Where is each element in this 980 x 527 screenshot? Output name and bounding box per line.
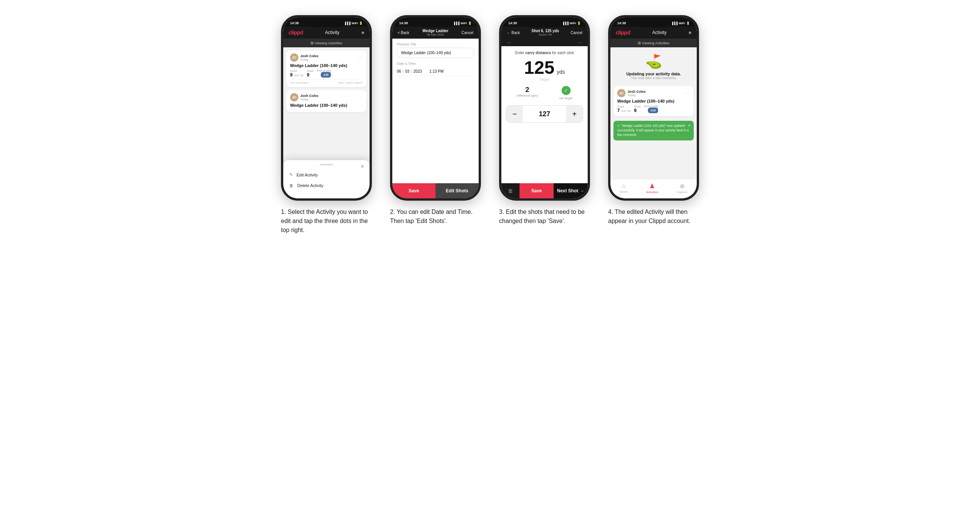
user-date-1: Today xyxy=(300,58,318,61)
phones-row: 14:38 ▐▐▐ WiFi 🔋 clippd Activity ≡ ⊞ Vie… xyxy=(277,15,703,235)
cancel-button-2[interactable]: Cancel xyxy=(461,31,473,35)
capture-label-4: Capture xyxy=(677,190,687,194)
user-name-4: Josh Coles xyxy=(627,90,646,94)
date-day-2: 06 xyxy=(397,69,401,73)
stat-quality-4: Shot Quality 118 xyxy=(644,105,658,113)
shot-center-3: Shot 6, 125 yds Score 7/9 xyxy=(531,29,559,37)
nav-title-1: Activity xyxy=(325,30,339,35)
status-time-1: 14:38 xyxy=(290,21,299,25)
card-top-row-2: JC Josh Coles Today ··· xyxy=(290,93,363,102)
sheet-edit-item[interactable]: ✎ Edit Activity xyxy=(289,169,364,180)
wifi-icon-1: WiFi xyxy=(352,22,358,25)
stat-shots-4: Shots 9 xyxy=(634,105,641,113)
battery-icon-2: 🔋 xyxy=(468,22,472,25)
counter-value-3[interactable]: 127 xyxy=(523,110,566,118)
nav-title-4: Activity xyxy=(652,30,667,35)
edit-shots-button-2[interactable]: Edit Shots xyxy=(436,183,479,198)
hit-target-label-3: Hit Target xyxy=(560,97,573,100)
trash-button-3[interactable]: 🗑 xyxy=(501,183,520,198)
bottom-tab-bar-4: ⌂ Home ♟ Activities ⊕ Capture xyxy=(611,179,697,198)
three-dots-1[interactable]: ··· xyxy=(358,55,363,60)
back-nav-2: < Back Wedge Ladder 06 Mar 2023 Cancel xyxy=(392,27,479,39)
arrow-nav-row: ← → xyxy=(501,39,588,46)
phone-2-column: 14:38 ▐▐▐ WiFi 🔋 < Back Wedge Ladder 06 … xyxy=(386,15,485,225)
user-name-2: Josh Coles xyxy=(300,94,318,98)
activity-card-1[interactable]: JC Josh Coles Today ··· Wedge Ladder (10… xyxy=(286,50,367,87)
activity-card-2[interactable]: JC Josh Coles Today ··· Wedge Ladder (10… xyxy=(286,90,367,112)
save-button-2[interactable]: Save xyxy=(392,183,436,198)
shot-content-3: Enter carry distance for each shot 125 y… xyxy=(501,46,588,183)
nav-center-sub-2: 06 Mar 2023 xyxy=(423,33,449,37)
updating-sub-4: This may take a few moments. xyxy=(630,76,677,80)
date-month-2: 03 xyxy=(405,69,409,73)
home-label-4: Home xyxy=(619,190,627,194)
viewing-header-1: ⊞ Viewing Activities xyxy=(283,39,369,47)
stat-score-1: Score 9 OUT OF xyxy=(290,70,304,78)
battery-icon-1: 🔋 xyxy=(359,22,363,25)
hamburger-icon-1[interactable]: ≡ xyxy=(361,30,364,36)
tab-capture-4[interactable]: ⊕ Capture xyxy=(677,183,687,194)
home-icon: ⌂ xyxy=(622,183,625,189)
phone-1-screen: 14:38 ▐▐▐ WiFi 🔋 clippd Activity ≡ ⊞ Vie… xyxy=(283,17,369,198)
phone-1-notch xyxy=(307,17,345,27)
hit-target-stat: ✓ Hit Target xyxy=(560,86,573,100)
form-section-2: Practice Title Date & Time 06 / 03 / 202… xyxy=(392,39,479,183)
practice-title-input[interactable] xyxy=(397,48,474,58)
tab-activities-4[interactable]: ♟ Activities xyxy=(646,183,659,194)
three-dots-4[interactable]: ··· xyxy=(686,91,690,95)
difference-stat: 2 Difference (yds) xyxy=(517,86,538,100)
toast-close-icon[interactable]: ✕ xyxy=(688,123,691,129)
status-icons-3: ▐▐▐ WiFi 🔋 xyxy=(562,22,581,25)
activity-title-4: Wedge Ladder (100–140 yds) xyxy=(617,99,690,103)
wifi-icon-3: WiFi xyxy=(570,22,576,25)
activity-card-4[interactable]: JC Josh Coles Today ··· Wedge Ladder (10… xyxy=(613,86,694,116)
user-row-1: JC Josh Coles Today xyxy=(290,53,318,62)
close-icon-1[interactable]: ✕ xyxy=(361,164,364,169)
wifi-icon-4: WiFi xyxy=(679,22,685,25)
three-dots-2[interactable]: ··· xyxy=(358,95,363,100)
battery-icon-4: 🔋 xyxy=(686,22,690,25)
trash-icon: 🗑 xyxy=(289,183,293,188)
sheet-delete-item[interactable]: 🗑 Delete Activity xyxy=(289,180,364,191)
phone-2-frame: 14:38 ▐▐▐ WiFi 🔋 < Back Wedge Ladder 06 … xyxy=(390,15,481,201)
phone-3-column: 14:39 ▐▐▐ WiFi 🔋 ← Back Shot 6, 125 yds … xyxy=(495,15,594,225)
datetime-row-2[interactable]: 06 / 03 / 2023 1:13 PM xyxy=(397,67,474,76)
phone-4-notch xyxy=(635,17,673,27)
phone-1-frame: 14:38 ▐▐▐ WiFi 🔋 clippd Activity ≡ ⊞ Vie… xyxy=(281,15,372,201)
next-shot-button-3[interactable]: Next Shot → xyxy=(554,183,588,198)
tab-home-4[interactable]: ⌂ Home xyxy=(619,183,627,194)
status-icons-1: ▐▐▐ WiFi 🔋 xyxy=(344,22,363,25)
avatar-1: JC xyxy=(290,53,298,62)
counter-minus-button[interactable]: − xyxy=(506,106,523,122)
next-arrow-icon[interactable]: → xyxy=(577,40,582,45)
wifi-icon-2: WiFi xyxy=(460,22,467,25)
save-shot-button-3[interactable]: Save xyxy=(520,183,554,198)
user-info-4: Josh Coles Today xyxy=(627,90,646,97)
nav-bar-1: clippd Activity ≡ xyxy=(283,27,369,39)
difference-label-3: Difference (yds) xyxy=(517,94,538,97)
back-button-3[interactable]: ← Back xyxy=(507,31,520,35)
date-year-2: 2023 xyxy=(414,69,422,73)
shot-sub-3: Score 7/9 xyxy=(531,33,559,37)
toast-message-4: "Wedge Ladder (100–140 yds)" was updated… xyxy=(617,124,689,137)
back-button-2[interactable]: < Back xyxy=(398,31,409,35)
golf-flag-container: ⛳ Updating your activity data. This may … xyxy=(611,47,697,83)
viewing-header-4: ⊞ Viewing Activities xyxy=(611,39,697,47)
hamburger-icon-4[interactable]: ≡ xyxy=(689,30,692,36)
screen-content-1: JC Josh Coles Today ··· Wedge Ladder (10… xyxy=(283,47,369,198)
nav-center-title-2: Wedge Ladder xyxy=(423,29,449,33)
bottom-sheet-1: ✕ ✎ Edit Activity 🗑 Delete Activity xyxy=(283,160,369,198)
status-time-4: 14:38 xyxy=(617,21,626,25)
counter-plus-button[interactable]: + xyxy=(566,106,583,122)
caption-3: 3. Edit the shots that need to be change… xyxy=(499,208,590,225)
phone-1-column: 14:38 ▐▐▐ WiFi 🔋 clippd Activity ≡ ⊞ Vie… xyxy=(277,15,375,235)
user-name-1: Josh Coles xyxy=(300,54,318,58)
nav-center-2: Wedge Ladder 06 Mar 2023 xyxy=(423,29,449,37)
prev-arrow-icon[interactable]: ← xyxy=(507,40,512,45)
cancel-button-3[interactable]: Cancel xyxy=(571,31,582,35)
stats-row-1: Score 9 OUT OF Shots 9 xyxy=(290,69,363,78)
avatar-4: JC xyxy=(617,89,625,97)
shot-title-3: Shot 6, 125 yds xyxy=(531,29,559,33)
avatar-2: JC xyxy=(290,93,298,102)
stat-score-4: Score 7 OUT OF xyxy=(617,105,631,113)
